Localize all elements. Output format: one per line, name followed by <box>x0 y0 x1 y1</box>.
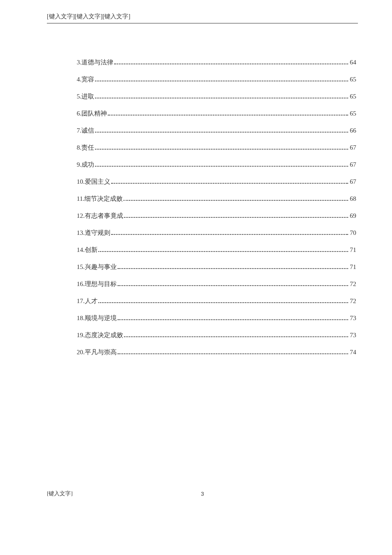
toc-entry: 7.诚信 66 <box>77 127 356 135</box>
toc-entry-page: 66 <box>350 127 356 134</box>
toc-entry: 20.平凡与崇高 74 <box>77 348 356 356</box>
toc-leader-dots <box>124 217 348 218</box>
footer-placeholder-text: [键入文字] <box>47 490 73 497</box>
toc-leader-dots <box>98 251 348 252</box>
page-header: [键入文字][键入文字][键入文字] <box>47 13 358 23</box>
toc-entry: 17.人才 72 <box>77 297 356 305</box>
toc-entry-title: 7.诚信 <box>77 127 94 135</box>
toc-leader-dots <box>124 200 348 201</box>
document-page: [键入文字][键入文字][键入文字] 3.道德与法律 64 4.宽容 65 5.… <box>0 0 392 555</box>
toc-entry-title: 13.遵守规则 <box>77 229 110 237</box>
toc-entry: 14.创新 71 <box>77 246 356 254</box>
toc-leader-dots <box>118 319 348 320</box>
toc-entry-title: 14.创新 <box>77 246 98 254</box>
toc-entry: 8.责任 67 <box>77 144 356 152</box>
toc-entry-page: 65 <box>350 93 356 100</box>
toc-entry-page: 65 <box>350 110 356 117</box>
toc-leader-dots <box>118 268 348 269</box>
toc-entry: 4.宽容 65 <box>77 75 356 84</box>
toc-entry: 13.遵守规则 70 <box>77 229 356 237</box>
toc-leader-dots <box>118 285 348 286</box>
toc-entry-page: 67 <box>350 178 356 185</box>
toc-leader-dots <box>111 234 348 235</box>
toc-entry-title: 12.有志者事竟成 <box>77 212 123 220</box>
toc-entry-page: 68 <box>350 195 356 202</box>
toc-entry: 11.细节决定成败 68 <box>77 195 356 203</box>
toc-leader-dots <box>114 64 348 64</box>
toc-entry: 9.成功 67 <box>77 161 356 169</box>
toc-entry: 15.兴趣与事业 71 <box>77 263 356 271</box>
toc-entry-page: 71 <box>350 263 356 271</box>
toc-entry-title: 5.进取 <box>77 92 94 101</box>
toc-entry-title: 11.细节决定成败 <box>77 195 123 203</box>
toc-entry-title: 4.宽容 <box>77 75 94 84</box>
toc-entry-title: 19.态度决定成败 <box>77 331 123 339</box>
toc-leader-dots <box>95 166 348 167</box>
page-footer: [键入文字] 3 <box>47 490 358 497</box>
toc-entry-title: 10.爱国主义 <box>77 178 110 186</box>
toc-entry-title: 20.平凡与崇高 <box>77 348 117 356</box>
toc-entry: 18.顺境与逆境 73 <box>77 314 356 322</box>
toc-leader-dots <box>111 183 348 184</box>
toc-entry: 6.团队精神 65 <box>77 110 356 118</box>
toc-entry-page: 73 <box>350 315 356 322</box>
footer-page-number: 3 <box>201 491 204 497</box>
toc-leader-dots <box>95 98 348 98</box>
toc-entry: 12.有志者事竟成 69 <box>77 212 356 220</box>
toc-entry-title: 18.顺境与逆境 <box>77 314 117 322</box>
toc-entry-page: 72 <box>350 280 356 288</box>
toc-entry: 3.道德与法律 64 <box>77 58 356 66</box>
toc-entry-page: 72 <box>350 298 356 305</box>
toc-entry-title: 9.成功 <box>77 161 94 169</box>
toc-entry-page: 67 <box>350 144 356 151</box>
toc-leader-dots <box>118 353 348 354</box>
toc-entry: 16.理想与目标 72 <box>77 280 356 288</box>
toc-entry-title: 8.责任 <box>77 144 94 152</box>
table-of-contents: 3.道德与法律 64 4.宽容 65 5.进取 65 6.团队精神 65 7.诚… <box>47 58 358 356</box>
toc-entry-page: 69 <box>350 212 356 220</box>
toc-entry-page: 73 <box>350 332 356 339</box>
toc-leader-dots <box>95 81 348 81</box>
toc-entry: 19.态度决定成败 73 <box>77 331 356 339</box>
toc-entry: 10.爱国主义 67 <box>77 178 356 186</box>
toc-entry-title: 3.道德与法律 <box>77 58 113 66</box>
toc-entry-page: 67 <box>350 161 356 168</box>
header-placeholder-text: [键入文字][键入文字][键入文字] <box>47 13 130 20</box>
toc-leader-dots <box>98 302 348 303</box>
toc-leader-dots <box>95 149 348 150</box>
toc-entry-title: 15.兴趣与事业 <box>77 263 117 271</box>
toc-leader-dots <box>108 115 348 116</box>
toc-entry-page: 71 <box>350 246 356 254</box>
toc-entry-page: 74 <box>350 349 356 356</box>
toc-entry-page: 64 <box>350 59 356 66</box>
toc-entry: 5.进取 65 <box>77 92 356 101</box>
toc-leader-dots <box>124 336 348 337</box>
toc-leader-dots <box>95 132 348 133</box>
toc-entry-page: 70 <box>350 229 356 237</box>
toc-entry-page: 65 <box>350 76 356 83</box>
toc-entry-title: 16.理想与目标 <box>77 280 117 288</box>
toc-entry-title: 6.团队精神 <box>77 110 107 118</box>
toc-entry-title: 17.人才 <box>77 297 98 305</box>
